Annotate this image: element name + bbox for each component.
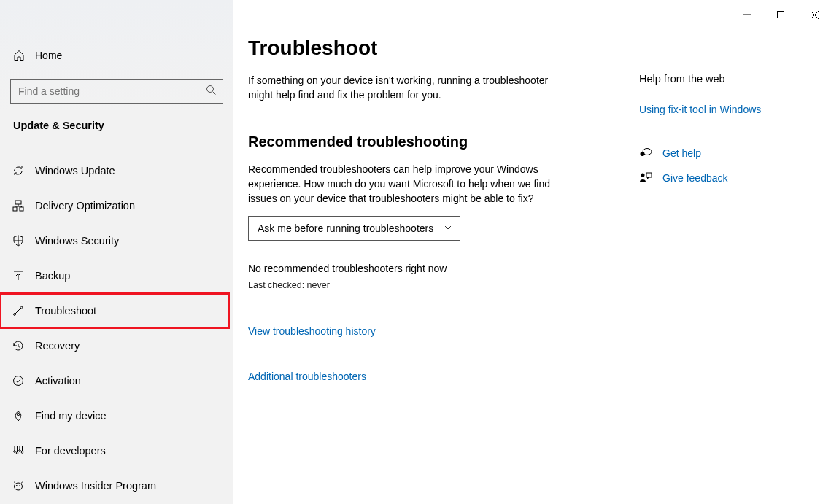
get-help-icon: [639, 147, 652, 159]
svg-rect-5: [13, 207, 17, 211]
help-heading: Help from the web: [639, 73, 807, 85]
svg-point-19: [641, 174, 645, 177]
additional-troubleshooters-link[interactable]: Additional troubleshooters: [248, 371, 366, 382]
nav-label: Recovery: [35, 340, 80, 352]
svg-point-14: [15, 483, 23, 490]
home-label: Home: [35, 50, 62, 61]
maximize-icon: [777, 11, 784, 18]
sidebar-item-find-my-device[interactable]: Find my device: [0, 398, 233, 433]
minimize-button[interactable]: [730, 3, 764, 26]
get-help-label: Get help: [662, 147, 701, 159]
dropdown-value: Ask me before running troubleshooters: [258, 222, 433, 234]
check-circle-icon: [12, 375, 25, 387]
close-icon: [811, 11, 819, 19]
sidebar-item-backup[interactable]: Backup: [0, 258, 233, 293]
no-recommended-text: No recommended troubleshooters right now: [248, 263, 824, 274]
svg-point-16: [19, 485, 20, 486]
svg-point-9: [17, 413, 20, 416]
sidebar-item-for-developers[interactable]: For developers: [0, 433, 233, 468]
sidebar-category: Update & Security: [0, 114, 233, 137]
nav-label: Windows Update: [35, 165, 115, 177]
search-box[interactable]: [10, 79, 223, 104]
svg-rect-1: [778, 12, 784, 18]
maximize-button[interactable]: [764, 3, 797, 26]
svg-rect-6: [20, 207, 23, 211]
lead-text: If something on your device isn't workin…: [248, 73, 562, 103]
location-icon: [12, 410, 25, 422]
minimize-icon: [743, 11, 751, 18]
sidebar-item-windows-update[interactable]: Windows Update: [0, 153, 233, 188]
fixit-link[interactable]: Using fix-it tool in Windows: [639, 104, 807, 115]
troubleshoot-preference-dropdown[interactable]: Ask me before running troubleshooters: [248, 216, 460, 241]
recovery-icon: [12, 340, 25, 352]
window-controls: [730, 3, 831, 26]
nav-label: Find my device: [35, 410, 107, 422]
home-icon: [13, 50, 25, 61]
nav-label: For developers: [35, 445, 106, 457]
svg-point-15: [16, 485, 18, 486]
nav-list: Windows Update Delivery Optimization Win…: [0, 153, 233, 503]
sidebar: Home Update & Security Windows Update De…: [0, 0, 233, 504]
svg-point-8: [14, 376, 23, 386]
sidebar-item-delivery-optimization[interactable]: Delivery Optimization: [0, 188, 233, 223]
sidebar-item-activation[interactable]: Activation: [0, 363, 233, 398]
recommended-desc: Recommended troubleshooters can help imp…: [248, 162, 562, 206]
svg-rect-4: [15, 201, 21, 204]
wrench-icon: [12, 305, 25, 317]
page-title: Troubleshoot: [248, 36, 824, 60]
svg-point-10: [14, 451, 16, 453]
svg-line-3: [213, 92, 216, 95]
shield-icon: [12, 235, 25, 247]
nav-label: Delivery Optimization: [35, 200, 135, 212]
svg-point-2: [207, 86, 214, 93]
get-help-link[interactable]: Get help: [639, 147, 807, 159]
sidebar-item-troubleshoot[interactable]: Troubleshoot: [0, 293, 229, 328]
sidebar-item-windows-insider[interactable]: Windows Insider Program: [0, 468, 233, 503]
nav-label: Activation: [35, 375, 81, 387]
sidebar-item-recovery[interactable]: Recovery: [0, 328, 233, 363]
developers-icon: [12, 445, 25, 457]
feedback-label: Give feedback: [662, 172, 728, 184]
nav-label: Windows Insider Program: [35, 480, 156, 492]
feedback-icon: [639, 172, 652, 184]
right-column: Help from the web Using fix-it tool in W…: [639, 73, 807, 197]
sidebar-item-windows-security[interactable]: Windows Security: [0, 223, 233, 258]
svg-rect-20: [646, 173, 652, 177]
insider-icon: [12, 480, 25, 492]
nav-label: Troubleshoot: [35, 305, 96, 317]
view-history-link[interactable]: View troubleshooting history: [248, 325, 376, 337]
sidebar-home[interactable]: Home: [0, 39, 233, 71]
backup-icon: [12, 270, 25, 282]
give-feedback-link[interactable]: Give feedback: [639, 172, 807, 184]
close-button[interactable]: [797, 3, 831, 26]
search-input[interactable]: [18, 85, 206, 97]
search-icon: [206, 85, 217, 98]
svg-point-11: [16, 452, 18, 454]
nav-label: Backup: [35, 270, 70, 282]
delivery-icon: [12, 200, 25, 212]
svg-point-13: [21, 451, 23, 454]
svg-point-12: [19, 450, 21, 452]
svg-point-18: [641, 152, 645, 156]
last-checked-text: Last checked: never: [248, 280, 824, 290]
sync-icon: [12, 165, 25, 177]
chevron-down-icon: [444, 222, 452, 234]
nav-label: Windows Security: [35, 235, 119, 247]
